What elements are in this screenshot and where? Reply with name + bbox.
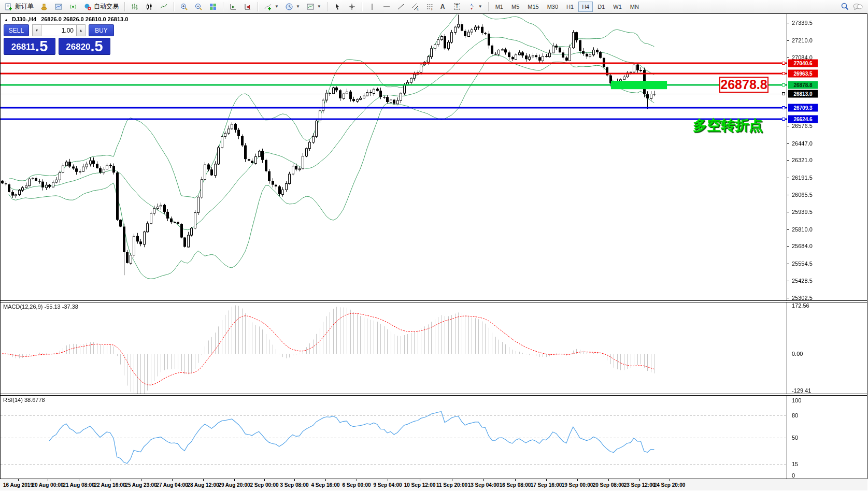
periods-dropdown[interactable]: ▼ — [282, 1, 303, 12]
chart-title: ▲ DJ30-,H4 26826.0 26826.0 26810.0 26813… — [4, 16, 128, 22]
toolbar-separator — [327, 2, 328, 11]
timeframe-m1[interactable]: M1 — [492, 2, 507, 12]
rsi-axis-label: 15 — [792, 461, 798, 467]
timeframe-m5[interactable]: M5 — [508, 2, 523, 12]
time-axis-label: 25 Aug 23:00 — [125, 482, 156, 488]
zoom-in-button[interactable] — [177, 1, 191, 12]
cursor-icon — [333, 3, 341, 11]
cn-annotation[interactable]: 多空转折点 — [693, 116, 763, 135]
rsi-indicator-label: RSI(14) 38.6778 — [3, 397, 45, 403]
time-axis-tick — [79, 479, 79, 481]
horizontal-line-tool-button[interactable] — [380, 1, 393, 12]
price-axis-label: 27339.5 — [792, 20, 813, 26]
price-axis-label: 27210.0 — [792, 37, 813, 44]
time-axis-tick — [452, 479, 452, 481]
sell-button[interactable]: SELL — [4, 24, 29, 36]
indicators-dropdown[interactable]: ▼ — [261, 1, 281, 12]
timeframe-m15[interactable]: M15 — [524, 2, 542, 12]
time-axis-label: 2 Sep 00:00 — [250, 482, 278, 488]
sell-price-button[interactable]: 26811 .5 — [4, 38, 55, 55]
rsi-axis-label: 50 — [792, 435, 798, 441]
toolbar-separator — [488, 2, 489, 11]
time-axis-tick — [234, 479, 235, 481]
price-axis-tick — [787, 195, 789, 195]
line-chart-mode-button[interactable] — [157, 1, 170, 12]
horizontal-line-icon — [382, 3, 391, 11]
cursor-tool-button[interactable] — [331, 1, 344, 12]
time-axis-label: 20 Aug 00:00 — [32, 482, 63, 488]
price-axis-tick — [787, 212, 789, 212]
chart-canvas[interactable] — [0, 0, 868, 491]
autotrade-button[interactable]: 自动交易 — [81, 1, 121, 12]
timeframe-h4[interactable]: H4 — [578, 2, 593, 12]
price-axis-label: 26191.5 — [792, 175, 813, 181]
time-axis-label: 24 Sep 20:00 — [654, 482, 686, 488]
trendline-tool-button[interactable] — [394, 1, 408, 12]
channel-tool-button[interactable]: E — [409, 1, 422, 12]
timeframe-h1[interactable]: H1 — [563, 2, 577, 12]
timeframe-d1[interactable]: D1 — [594, 2, 608, 12]
collapse-triangle-icon[interactable]: ▲ — [4, 18, 8, 22]
price-tag[interactable]: 26709.3 — [788, 104, 818, 112]
buy-price-button[interactable]: 26820 .5 — [59, 38, 110, 55]
arrows-dropdown[interactable]: ▼ — [465, 1, 485, 12]
volume-down-button[interactable]: ▼ — [32, 24, 41, 36]
crosshair-tool-button[interactable] — [345, 1, 359, 12]
price-tag[interactable]: 26624.6 — [788, 115, 818, 123]
price-tag-knot — [782, 62, 785, 65]
market-watch-button[interactable] — [52, 1, 65, 12]
bar-chart-mode-button[interactable] — [128, 1, 141, 12]
price-axis-label: 26065.5 — [792, 192, 813, 198]
fibonacci-icon: F — [426, 3, 434, 11]
time-axis-label: 3 Sep 08:00 — [280, 482, 308, 488]
buy-button[interactable]: BUY — [89, 24, 114, 36]
price-axis-label: 25939.5 — [792, 209, 813, 215]
toolbar-separator — [124, 2, 125, 11]
timeframe-mn[interactable]: MN — [627, 2, 643, 12]
timeframe-w1[interactable]: W1 — [609, 2, 625, 12]
volume-input[interactable] — [41, 24, 76, 36]
zoom-out-button[interactable] — [192, 1, 205, 12]
price-tag[interactable]: 26878.8 — [788, 81, 818, 89]
price-tag[interactable]: 26963.5 — [788, 70, 818, 78]
text-tool-button[interactable]: A — [438, 1, 450, 12]
fibonacci-tool-button[interactable]: F — [423, 1, 437, 12]
chart-shift-button[interactable] — [241, 1, 254, 12]
price-axis-tick — [787, 229, 789, 230]
templates-dropdown[interactable]: ▼ — [304, 1, 324, 12]
chevron-down-icon: ▼ — [317, 4, 321, 9]
chart-shift-icon — [244, 3, 252, 11]
price-axis-label: 25810.0 — [792, 226, 813, 233]
vertical-line-tool-button[interactable] — [365, 1, 379, 12]
time-axis-label: 16 Sep 08:00 — [500, 482, 531, 488]
chevron-down-icon: ▼ — [275, 4, 279, 9]
price-axis-label: 26321.0 — [792, 157, 813, 163]
time-axis-tick — [294, 479, 295, 481]
symbol-timeframe: DJ30-,H4 — [12, 16, 36, 22]
search-icon[interactable] — [841, 2, 849, 11]
chat-icon[interactable] — [852, 3, 863, 11]
rsi-panel-splitter[interactable] — [1, 394, 867, 396]
timeframe-m30[interactable]: M30 — [544, 2, 562, 12]
rsi-axis-label: 80 — [792, 412, 798, 418]
new-order-button[interactable]: 新订单 — [2, 1, 36, 12]
time-axis-tick — [515, 479, 516, 481]
seal-button[interactable] — [37, 1, 51, 12]
ohlc-readout: 26826.0 26826.0 26810.0 26813.0 — [41, 16, 128, 22]
chart-window-icon — [54, 3, 63, 11]
price-callout-label[interactable]: 26878.8 — [719, 77, 769, 93]
macd-panel-splitter[interactable] — [1, 300, 867, 302]
time-axis-label: 23 Sep 12:00 — [624, 482, 656, 488]
signals-button[interactable] — [66, 1, 80, 12]
time-axis-tick — [388, 479, 388, 481]
volume-up-button[interactable]: ▲ — [76, 24, 86, 36]
price-axis-tick — [787, 23, 789, 23]
price-tag[interactable]: 27040.6 — [788, 59, 818, 67]
time-axis-tick — [264, 479, 265, 481]
time-axis-tick — [608, 479, 609, 481]
candle-chart-mode-button[interactable] — [143, 1, 156, 12]
time-axis-label: 10 Sep 12:00 — [404, 482, 436, 488]
auto-scroll-button[interactable] — [226, 1, 240, 12]
tile-windows-button[interactable] — [206, 1, 220, 12]
label-tool-button[interactable]: T — [451, 1, 464, 12]
